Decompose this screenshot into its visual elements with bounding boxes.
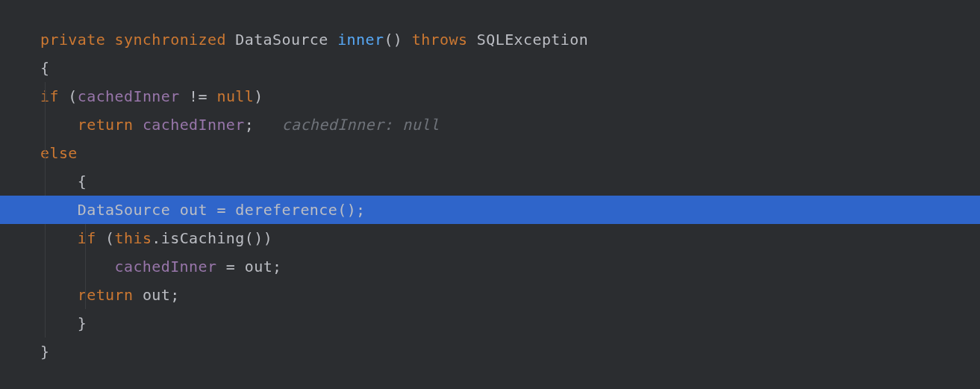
code-line[interactable]: return out; <box>0 281 980 309</box>
code-line[interactable]: return cachedInner; cachedInner: null <box>0 111 980 139</box>
paren-close: ) <box>263 229 272 247</box>
local-out: out <box>245 258 272 276</box>
field-cachedinner: cachedInner <box>115 258 217 276</box>
parens: () <box>337 201 356 219</box>
type-datasource: DataSource <box>78 201 170 219</box>
op-assign: = <box>216 201 225 219</box>
dot: . <box>152 229 160 247</box>
keyword-return: return <box>78 116 134 134</box>
code-line[interactable]: } <box>0 309 980 337</box>
code-line[interactable]: { <box>0 54 980 82</box>
local-out: out <box>143 286 170 304</box>
paren-open: ( <box>68 87 77 105</box>
inlay-hint: cachedInner: null <box>282 116 440 134</box>
semicolon: ; <box>272 258 281 276</box>
field-cachedinner: cachedInner <box>143 116 245 134</box>
parens: () <box>245 229 263 247</box>
code-line[interactable]: cachedInner = out; <box>0 252 980 281</box>
keyword-null: null <box>216 87 254 105</box>
type-sqlexception: SQLException <box>477 31 588 49</box>
op-assign: = <box>226 258 235 276</box>
keyword-this: this <box>115 229 152 247</box>
code-line[interactable]: { <box>0 167 980 196</box>
code-line[interactable]: if (this.isCaching()) <box>0 224 980 252</box>
call-iscaching: isCaching <box>161 229 245 247</box>
local-out: out <box>180 201 207 219</box>
code-line[interactable]: else <box>0 139 980 167</box>
semicolon: ; <box>356 201 365 219</box>
semicolon: ; <box>170 286 179 304</box>
code-line[interactable]: if (cachedInner != null) <box>0 82 980 111</box>
code-editor[interactable]: private synchronized DataSource inner() … <box>0 0 980 366</box>
code-line[interactable]: private synchronized DataSource inner() … <box>0 25 980 54</box>
paren-open: ( <box>105 229 114 247</box>
keyword-if: if <box>78 229 96 247</box>
code-line[interactable]: } <box>0 337 980 366</box>
parens: () <box>384 31 402 49</box>
semicolon: ; <box>245 116 254 134</box>
brace-open: { <box>40 59 49 77</box>
keyword-if: if <box>40 87 59 105</box>
keyword-private: private <box>40 31 105 49</box>
brace-close: } <box>78 314 87 332</box>
keyword-else: else <box>40 144 78 162</box>
keyword-throws: throws <box>412 31 468 49</box>
brace-close: } <box>40 343 49 361</box>
field-cachedinner: cachedInner <box>78 87 180 105</box>
paren-close: ) <box>254 87 263 105</box>
method-name: inner <box>337 31 384 49</box>
call-dereference: dereference <box>235 201 337 219</box>
code-line-current[interactable]: DataSource out = dereference(); <box>0 196 980 224</box>
brace-open: { <box>78 172 87 190</box>
keyword-synchronized: synchronized <box>115 31 226 49</box>
type-datasource: DataSource <box>235 31 328 49</box>
op-ne: != <box>189 87 207 105</box>
